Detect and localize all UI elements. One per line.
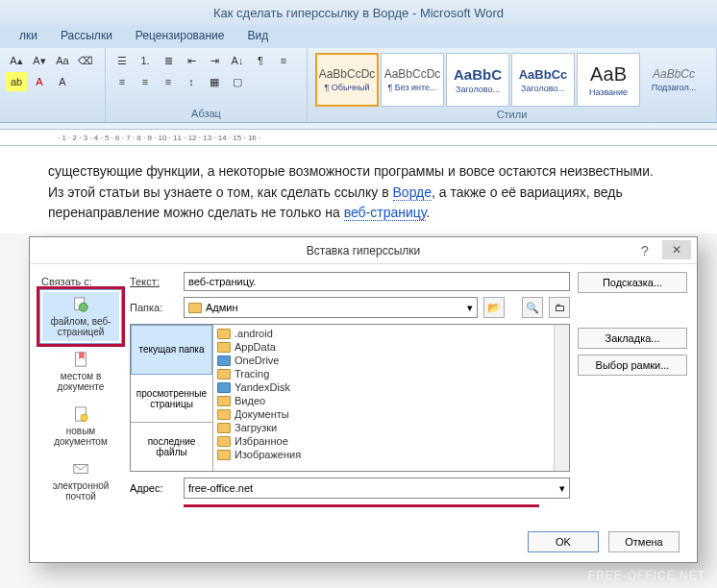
list-item-label: Изображения — [235, 449, 301, 460]
font-small-a-button[interactable]: A — [52, 72, 73, 91]
link-with-panel: Связать с: файлом, веб-страницей местом … — [39, 272, 122, 554]
list-item[interactable]: AppData — [217, 340, 550, 354]
list-item-label: .android — [235, 328, 273, 339]
watermark: FREE-OFFICE.NET — [588, 569, 705, 582]
insert-hyperlink-dialog: Вставка гиперссылки ? ✕ Связать с: файло… — [29, 236, 698, 563]
shading-button[interactable]: ▦ — [204, 72, 225, 91]
document-body[interactable]: существующие функции, а некоторые возмож… — [0, 146, 717, 233]
link-with-label: Связать с: — [39, 272, 122, 289]
ribbon-group-paragraph: ☰ 1. ≣ ⇤ ⇥ A↓ ¶ ≡ ≡ ≡ ≡ ↕ ▦ ▢ Абзац — [106, 48, 308, 122]
folder-value: Админ — [206, 302, 238, 313]
list-item-label: Избранное — [235, 435, 288, 447]
style-title[interactable]: АаВ Название — [577, 53, 640, 107]
tab-view[interactable]: Вид — [236, 25, 281, 48]
folder-icon — [217, 396, 231, 406]
browse-tab-browsed[interactable]: просмотренные страницы — [131, 375, 212, 424]
list-item-label: Загрузки — [235, 422, 277, 433]
outdent-button[interactable]: ⇤ — [181, 51, 202, 70]
style-no-spacing[interactable]: AaBbCcDc ¶ Без инте... — [381, 53, 444, 107]
font-color-button[interactable]: A — [29, 72, 50, 91]
browse-area: текущая папка просмотренные страницы пос… — [130, 324, 570, 472]
sort-button[interactable]: A↓ — [227, 51, 248, 70]
grow-font-button[interactable]: A▴ — [6, 51, 27, 70]
scrollbar[interactable] — [554, 325, 569, 471]
style-normal[interactable]: AaBbCcDc ¶ Обычный — [315, 53, 379, 107]
ribbon-group-font: A▴ A▾ Aa ⌫ ab A A — [0, 48, 106, 122]
screentip-button[interactable]: Подсказка... — [578, 272, 687, 293]
doc-link-word[interactable]: Ворде — [393, 184, 433, 201]
ok-button[interactable]: OK — [528, 531, 599, 552]
style-heading2[interactable]: AaBbCc Заголово... — [511, 53, 575, 107]
text-input[interactable] — [184, 272, 570, 291]
style-heading1[interactable]: AaBbC Заголово... — [446, 53, 509, 107]
list-item[interactable]: Видео — [217, 394, 550, 407]
up-folder-button[interactable]: 📂 — [483, 297, 505, 318]
show-marks-button[interactable]: ¶ — [250, 51, 271, 70]
svg-point-4 — [81, 414, 87, 421]
bullets-button[interactable]: ☰ — [111, 51, 133, 70]
bookmark-button[interactable]: Закладка... — [578, 328, 687, 349]
list-item-label: Tracing — [235, 368, 269, 380]
clear-format-button[interactable]: ⌫ — [75, 51, 96, 70]
style-subtitle[interactable]: AaBbCc Подзагол... — [642, 53, 705, 107]
list-item[interactable]: Tracing — [217, 367, 550, 380]
list-item-label: YandexDisk — [235, 381, 290, 393]
folder-icon — [188, 303, 202, 313]
doc-link-webpage[interactable]: веб-страницу — [344, 205, 427, 221]
list-item[interactable]: Изображения — [217, 448, 550, 461]
multilevel-button[interactable]: ≣ — [158, 51, 179, 70]
browse-tab-current[interactable]: текущая папка — [131, 325, 212, 375]
svg-point-1 — [79, 303, 87, 311]
address-label: Адрес: — [130, 482, 178, 494]
align-right-button[interactable]: ≡ — [135, 72, 156, 91]
file-list[interactable]: .androidAppDataOneDriveTracingYandexDisk… — [213, 325, 554, 471]
justify-button[interactable]: ≡ — [158, 72, 179, 91]
indent-button[interactable]: ⇥ — [204, 51, 225, 70]
globe-page-icon — [72, 296, 89, 313]
dialog-titlebar[interactable]: Вставка гиперссылки ? ✕ — [30, 237, 697, 264]
new-doc-icon — [72, 405, 89, 423]
help-button[interactable]: ? — [631, 237, 658, 264]
link-file-web-button[interactable]: файлом, веб-страницей — [39, 289, 122, 344]
shrink-font-button[interactable]: A▾ — [29, 51, 50, 70]
close-button[interactable]: ✕ — [662, 240, 691, 259]
browse-file-button[interactable]: 🗀 — [549, 297, 570, 318]
tab-review[interactable]: Рецензирование — [124, 25, 236, 48]
target-frame-button[interactable]: Выбор рамки... — [578, 355, 687, 376]
dialog-right-panel: Подсказка... Закладка... Выбор рамки... — [578, 272, 687, 554]
link-new-doc-button[interactable]: новым документом — [39, 399, 122, 453]
list-item[interactable]: .android — [217, 327, 550, 340]
list-item[interactable]: YandexDisk — [217, 380, 550, 394]
line-spacing-button[interactable]: ↕ — [181, 72, 202, 91]
list-item[interactable]: Избранное — [217, 434, 550, 448]
numbering-button[interactable]: 1. — [135, 51, 156, 70]
list-item[interactable]: Загрузки — [217, 421, 550, 434]
highlight-button[interactable]: ab — [6, 72, 27, 91]
link-email-button[interactable]: электронной почтой — [39, 453, 122, 508]
browse-web-button[interactable]: 🔍 — [522, 297, 543, 318]
list-item[interactable]: OneDrive — [217, 354, 550, 367]
list-item-label: OneDrive — [235, 355, 279, 366]
tab-mailings[interactable]: Рассылки — [49, 25, 124, 48]
bookmark-doc-icon — [72, 351, 89, 368]
folder-label: Папка: — [130, 302, 178, 313]
address-combo[interactable]: free-office.net ▾ — [184, 478, 570, 499]
folder-combo[interactable]: Админ ▾ — [184, 297, 478, 318]
doc-line2c: . — [426, 205, 430, 220]
ribbon: A▴ A▾ Aa ⌫ ab A A ☰ 1. ≣ ⇤ ⇥ A↓ ¶ ≡ ≡ ≡ … — [0, 48, 717, 123]
ruler[interactable]: · 1 · 2 · 3 · 4 · 5 · 6 · 7 · 8 · 9 · 10… — [0, 129, 717, 146]
address-value: free-office.net — [188, 482, 253, 494]
ribbon-group-styles: AaBbCcDc ¶ Обычный AaBbCcDc ¶ Без инте..… — [308, 48, 717, 122]
styles-gallery: AaBbCcDc ¶ Обычный AaBbCcDc ¶ Без инте..… — [313, 51, 710, 109]
align-left-button[interactable]: ≡ — [273, 51, 294, 70]
browse-tab-recent[interactable]: последние файлы — [131, 423, 212, 471]
change-case-button[interactable]: Aa — [52, 51, 73, 70]
cancel-button[interactable]: Отмена — [608, 531, 680, 552]
align-center-button[interactable]: ≡ — [111, 72, 133, 91]
folder-icon — [217, 409, 231, 420]
tab-partial[interactable]: лки — [8, 25, 49, 48]
text-label: Текст: — [130, 276, 178, 287]
list-item[interactable]: Документы — [217, 407, 550, 421]
link-place-doc-button[interactable]: местом в документе — [39, 344, 122, 399]
borders-button[interactable]: ▢ — [227, 72, 248, 91]
